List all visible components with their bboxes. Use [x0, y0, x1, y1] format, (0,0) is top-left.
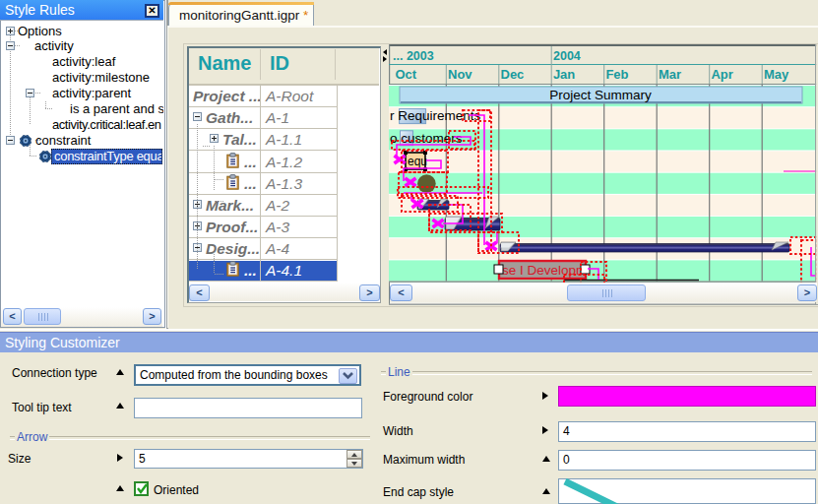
svg-text:equ: equ: [408, 155, 427, 168]
svg-text:o customers: o customers: [390, 131, 463, 146]
svg-text:Apr: Apr: [711, 67, 732, 82]
svg-text:... 2003: ... 2003: [393, 49, 434, 63]
svg-text:2004: 2004: [553, 49, 581, 63]
svg-text:Jan: Jan: [553, 67, 575, 82]
svg-text:Oct: Oct: [396, 67, 417, 82]
svg-text:Feb: Feb: [605, 67, 628, 82]
svg-text:Project Summary: Project Summary: [549, 88, 652, 102]
svg-text:r Requirements: r Requirements: [390, 108, 481, 123]
svg-text:Mar: Mar: [659, 67, 681, 82]
svg-text:Nov: Nov: [448, 67, 472, 82]
svg-text:Dec: Dec: [501, 67, 525, 82]
svg-text:May: May: [764, 67, 789, 82]
